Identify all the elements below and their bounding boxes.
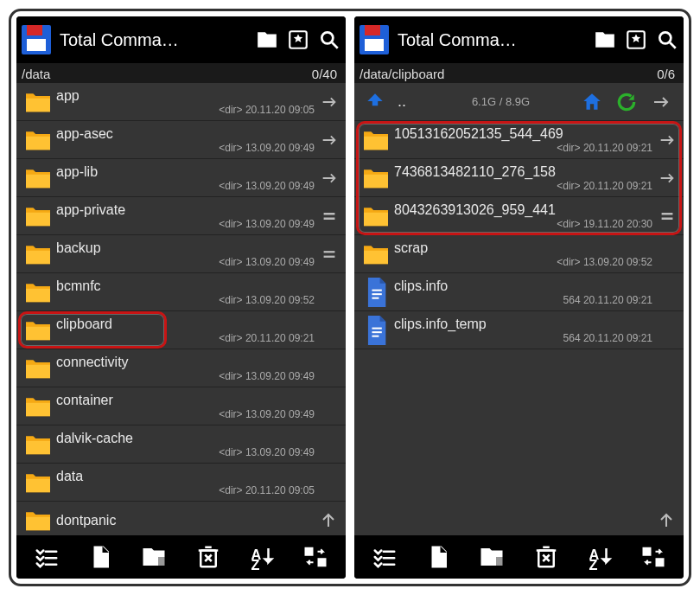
- swap-icon[interactable]: [302, 544, 328, 570]
- folder-icon: [20, 280, 56, 304]
- path-text: /data/clipboard: [360, 67, 444, 81]
- search-icon[interactable]: [656, 29, 678, 51]
- folder-icon: [20, 90, 56, 114]
- folder-icon: [358, 242, 394, 266]
- row-action-icon[interactable]: [318, 93, 340, 112]
- file-list[interactable]: 10513162052135_544_469<dir> 20.11.20 09:…: [354, 121, 684, 535]
- list-item[interactable]: 10513162052135_544_469<dir> 20.11.20 09:…: [354, 121, 684, 159]
- list-item[interactable]: dalvik-cache<dir> 13.09.20 09:49: [16, 425, 346, 464]
- item-meta: <dir> 13.09.20 09:49: [56, 218, 318, 230]
- delete-icon[interactable]: [195, 544, 221, 570]
- row-action-icon[interactable]: [318, 131, 340, 150]
- svg-rect-11: [304, 547, 313, 556]
- bookmarks-icon[interactable]: [287, 29, 309, 51]
- svg-rect-18: [372, 289, 381, 291]
- new-folder-icon[interactable]: [141, 544, 167, 570]
- folder-icon: [20, 356, 56, 381]
- counter-text: 0/40: [312, 67, 337, 81]
- app-title: Total Comma…: [398, 30, 585, 50]
- item-name: clips.info_temp: [394, 317, 656, 332]
- disk-space: 6.1G / 8.9G: [427, 95, 575, 108]
- item-meta: <dir> 19.11.20 20:30: [394, 218, 656, 230]
- app-icon: [22, 25, 51, 54]
- folder-icon: [20, 432, 56, 457]
- item-meta: <dir> 20.11.20 09:05: [56, 484, 318, 496]
- panel-folder-icon[interactable]: [256, 29, 278, 51]
- row-action-icon[interactable]: [318, 169, 340, 188]
- svg-rect-22: [372, 331, 381, 333]
- list-item[interactable]: app<dir> 20.11.20 09:05: [16, 83, 346, 121]
- new-folder-icon[interactable]: [479, 544, 505, 570]
- list-item[interactable]: container<dir> 13.09.20 09:49: [16, 387, 346, 425]
- list-item[interactable]: scrap<dir> 13.09.20 09:52: [354, 235, 684, 273]
- bottom-toolbar: AZ: [354, 535, 684, 579]
- list-item[interactable]: app-private<dir> 13.09.20 09:49: [16, 197, 346, 235]
- list-item[interactable]: clips.info564 20.11.20 09:21: [354, 273, 684, 311]
- select-icon[interactable]: [34, 544, 60, 570]
- list-item[interactable]: dontpanic: [16, 502, 346, 535]
- counter-text: 0/6: [657, 67, 675, 81]
- bookmarks-icon[interactable]: [625, 29, 647, 51]
- file-list[interactable]: app<dir> 20.11.20 09:05app-asec<dir> 13.…: [16, 83, 346, 535]
- sort-icon[interactable]: AZ: [249, 544, 275, 570]
- item-meta: <dir> 13.09.20 09:49: [56, 446, 318, 458]
- folder-icon: [20, 318, 56, 342]
- folder-icon: [20, 204, 56, 228]
- list-item[interactable]: app-asec<dir> 13.09.20 09:49: [16, 121, 346, 159]
- list-item[interactable]: clips.info_temp564 20.11.20 09:21: [354, 311, 684, 349]
- select-icon[interactable]: [372, 544, 398, 570]
- new-file-icon[interactable]: [425, 544, 451, 570]
- list-item[interactable]: backup<dir> 13.09.20 09:49: [16, 235, 346, 273]
- panel-folder-icon[interactable]: [594, 29, 616, 51]
- item-name: connectivity: [56, 355, 318, 370]
- item-name: app-lib: [56, 164, 318, 180]
- list-item[interactable]: data<dir> 20.11.20 09:05: [16, 464, 346, 502]
- list-item[interactable]: 8043263913026_959_441<dir> 19.11.20 20:3…: [354, 197, 684, 235]
- list-item[interactable]: app-lib<dir> 13.09.20 09:49: [16, 159, 346, 197]
- folder-icon: [20, 470, 56, 495]
- up-arrow-icon[interactable]: [358, 91, 392, 113]
- app-icon: [360, 25, 389, 54]
- scroll-up-icon[interactable]: [318, 509, 339, 530]
- app-bar: Total Comma…: [16, 16, 346, 63]
- folder-icon: [20, 242, 56, 266]
- scroll-up-icon[interactable]: [656, 509, 677, 530]
- row-action-icon[interactable]: [656, 169, 678, 188]
- item-name: scrap: [394, 240, 656, 256]
- new-file-icon[interactable]: [87, 544, 113, 570]
- item-meta: <dir> 20.11.20 09:21: [394, 142, 656, 154]
- item-name: 7436813482110_276_158: [394, 164, 656, 180]
- delete-icon[interactable]: [533, 544, 559, 570]
- row-action-icon[interactable]: [318, 207, 340, 226]
- svg-rect-19: [372, 293, 381, 295]
- path-bar[interactable]: /data/clipboard 0/6: [354, 63, 684, 83]
- bottom-toolbar: AZ: [16, 535, 346, 579]
- row-action-icon[interactable]: [656, 207, 678, 226]
- app-bar: Total Comma…: [354, 16, 684, 63]
- item-meta: 564 20.11.20 09:21: [394, 294, 656, 306]
- search-icon[interactable]: [318, 29, 340, 51]
- swap-icon[interactable]: [640, 544, 666, 570]
- item-meta: <dir> 13.09.20 09:49: [56, 256, 318, 268]
- sort-icon[interactable]: AZ: [587, 544, 613, 570]
- nav-up-row[interactable]: .. 6.1G / 8.9G: [354, 83, 684, 121]
- file-icon: [358, 278, 394, 307]
- item-name: 10513162052135_544_469: [394, 126, 656, 142]
- svg-point-14: [659, 32, 671, 43]
- list-item[interactable]: bcmnfc<dir> 13.09.20 09:52: [16, 273, 346, 311]
- home-icon[interactable]: [575, 91, 609, 113]
- list-item[interactable]: connectivity<dir> 13.09.20 09:49: [16, 349, 346, 387]
- folder-icon: [358, 204, 394, 228]
- svg-text:Z: Z: [589, 557, 597, 570]
- svg-rect-29: [655, 558, 664, 566]
- item-name: backup: [56, 240, 318, 256]
- svg-text:Z: Z: [251, 557, 259, 570]
- list-item[interactable]: clipboard<dir> 20.11.20 09:21: [16, 311, 346, 349]
- path-bar[interactable]: /data 0/40: [16, 63, 346, 83]
- row-action-icon[interactable]: [318, 245, 340, 264]
- list-item[interactable]: 7436813482110_276_158<dir> 20.11.20 09:2…: [354, 159, 684, 197]
- forward-arrow-icon[interactable]: [644, 92, 678, 112]
- row-action-icon[interactable]: [656, 131, 678, 150]
- folder-icon: [20, 128, 56, 152]
- reload-icon[interactable]: [609, 91, 644, 113]
